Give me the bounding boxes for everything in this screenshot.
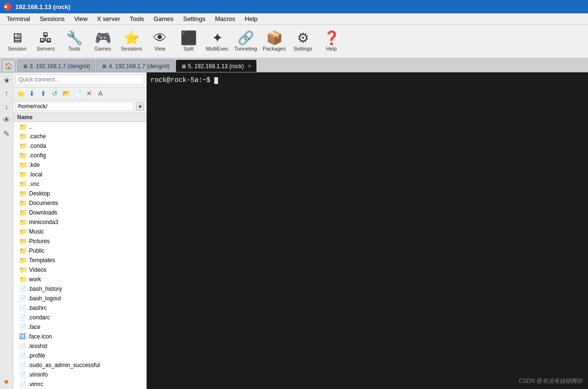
file-item[interactable]: 📁Videos (13, 265, 146, 275)
menu-item-help[interactable]: Help (240, 14, 262, 23)
file-item[interactable]: 📄.bash_logout (13, 294, 146, 303)
file-icon: 📁 (19, 266, 27, 274)
file-name: .local (29, 171, 42, 178)
file-item[interactable]: 📄.bash_history (13, 284, 146, 294)
menu-item-x server[interactable]: X server (92, 14, 125, 23)
tunneling-label: Tunneling (234, 46, 257, 51)
file-icon: 📄 (19, 362, 26, 369)
file-item[interactable]: 📁work (13, 275, 146, 284)
file-item[interactable]: 📄.sudo_as_admin_successful (13, 360, 146, 370)
file-item[interactable]: 📄.lesshst (13, 341, 146, 351)
packages-label: Packages (263, 46, 286, 51)
window-title: 192.168.1.13 (rock) (15, 3, 70, 10)
file-btn-delete[interactable]: ✕ (84, 88, 94, 99)
sidebar-left-orange[interactable]: ● (1, 376, 12, 387)
file-item[interactable]: 📁Templates (13, 256, 146, 265)
path-input[interactable] (15, 102, 134, 111)
tools-icon: 🔧 (66, 31, 83, 45)
file-name: miniconda3 (29, 219, 58, 225)
file-name: .lesshst (28, 343, 48, 349)
file-item[interactable]: 📁Desktop (13, 189, 146, 198)
toolbar-btn-games[interactable]: 🎮Games (90, 27, 116, 56)
tab-label-tab5: 5. 192.168.1.13 (rock) (188, 63, 244, 70)
file-icon: 📄 (19, 343, 26, 349)
toolbar: 🖥Session🖧Servers🔧Tools🎮Games⭐Sessions👁Vi… (0, 25, 588, 58)
file-item[interactable]: 📁.conda (13, 141, 146, 151)
file-btn-download[interactable]: ⬇ (27, 88, 37, 99)
file-icon: 🖼 (19, 333, 26, 340)
file-name: .. (29, 123, 32, 130)
file-item[interactable]: 📁Public (13, 246, 146, 256)
file-item[interactable]: 📁Downloads (13, 208, 146, 217)
file-item[interactable]: 📁.cache (13, 132, 146, 141)
toolbar-btn-tools[interactable]: 🔧Tools (61, 27, 88, 56)
file-name: .kde (29, 162, 40, 168)
file-name: Pictures (29, 238, 50, 245)
tab-close-tab5[interactable]: ✕ (248, 63, 251, 69)
tab-tab5[interactable]: 🖥5. 192.168.1.13 (rock)✕ (176, 60, 257, 72)
file-icon: 📁 (19, 256, 27, 264)
menu-item-sessions[interactable]: Sessions (35, 14, 70, 23)
toolbar-btn-tunneling[interactable]: 🔗Tunneling (232, 27, 259, 56)
tab-tab3[interactable]: 🖥3. 192.168.1.7 (dengml) (17, 60, 95, 72)
toolbar-btn-packages[interactable]: 📦Packages (261, 27, 288, 56)
toolbar-btn-help[interactable]: ❓Help (318, 27, 345, 56)
file-name: .vnc (29, 181, 40, 187)
file-icon: 📁 (19, 171, 27, 178)
menu-item-settings[interactable]: Settings (179, 14, 210, 23)
file-item[interactable]: 📄.profile (13, 351, 146, 360)
sidebar-left-down[interactable]: ↓ (1, 101, 12, 113)
tab-tab4[interactable]: 🖥4. 192.168.1.7 (dengml) (96, 60, 174, 72)
file-item[interactable]: 📁.local (13, 170, 146, 179)
toolbar-btn-servers[interactable]: 🖧Servers (32, 27, 59, 56)
sidebar-left-pencil[interactable]: ✎ (1, 128, 12, 139)
file-item[interactable]: 📁.vnc (13, 179, 146, 189)
sidebar-left-up[interactable]: ↑ (1, 88, 12, 99)
file-name: .viminfo (28, 371, 48, 378)
menu-item-terminal[interactable]: Terminal (2, 14, 35, 23)
toolbar-btn-settings[interactable]: ⚙Settings (289, 27, 316, 56)
file-item[interactable]: 📄.bashrc (13, 303, 146, 313)
file-btn-star[interactable]: ⭐ (15, 88, 26, 99)
file-icon: 📁 (19, 142, 27, 150)
tunneling-icon: 🔗 (238, 31, 254, 45)
tab-home[interactable]: 🏠 (2, 60, 15, 72)
file-btn-a[interactable]: A (95, 88, 106, 99)
terminal[interactable]: rock@rock-5a:~$ (147, 72, 588, 389)
menu-item-tools[interactable]: Tools (125, 14, 149, 23)
file-btn-refresh[interactable]: ↺ (50, 88, 60, 99)
file-icon: 📄 (19, 352, 26, 359)
menu-item-macros[interactable]: Macros (210, 14, 240, 23)
toolbar-btn-multiexec[interactable]: ✦MultiExec (204, 27, 230, 56)
file-item[interactable]: 📁Documents (13, 198, 146, 208)
menu-item-games[interactable]: Games (149, 14, 179, 23)
toolbar-btn-session[interactable]: 🖥Session (4, 27, 30, 56)
quick-connect-input[interactable] (15, 74, 144, 85)
file-item[interactable]: 📄.condarc (13, 313, 146, 322)
file-item[interactable]: 📄.vimrc (13, 379, 146, 389)
file-list[interactable]: 📁..📁.cache📁.conda📁.config📁.kde📁.local📁.v… (13, 122, 146, 389)
file-item[interactable]: 🖼.face.icon (13, 332, 146, 341)
file-item[interactable]: 📁.. (13, 122, 146, 132)
toolbar-btn-split[interactable]: ⬛Split (175, 27, 202, 56)
file-item[interactable]: 📁Music (13, 227, 146, 236)
file-icon: 📁 (19, 152, 27, 159)
file-item[interactable]: 📁Pictures (13, 236, 146, 246)
file-btn-folder[interactable]: 📂 (61, 88, 71, 99)
sidebar-left-eye[interactable]: 👁 (1, 114, 12, 126)
file-item[interactable]: 📁miniconda3 (13, 217, 146, 227)
menu-item-view[interactable]: View (70, 14, 92, 23)
settings-icon: ⚙ (297, 31, 309, 45)
file-item[interactable]: 📄.viminfo (13, 370, 146, 379)
file-item[interactable]: 📁.config (13, 151, 146, 160)
file-item[interactable]: 📁.kde (13, 160, 146, 170)
file-item[interactable]: 📄.face (13, 322, 146, 332)
toolbar-btn-view[interactable]: 👁View (147, 27, 173, 56)
path-dropdown[interactable]: ▾ (136, 102, 144, 111)
file-btn-upload[interactable]: ⬆ (38, 88, 49, 99)
help-icon: ❓ (323, 31, 340, 45)
sidebar-left-star[interactable]: ★ (1, 74, 12, 86)
toolbar-btn-sessions[interactable]: ⭐Sessions (118, 27, 145, 56)
file-btn-new-file[interactable]: 📄 (72, 88, 83, 99)
view-label: View (154, 46, 166, 51)
